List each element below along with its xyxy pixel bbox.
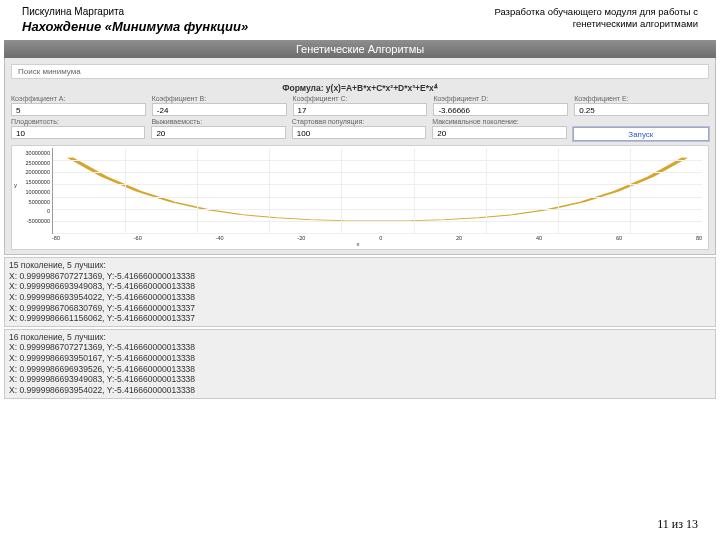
y-tick: 30000000 (26, 150, 50, 156)
results-block-2: 16 поколение, 5 лучших: X: 0.99999867072… (4, 329, 716, 399)
label-start-pop: Стартовая популяция: (292, 118, 426, 125)
results-line: X: 0.9999986706830769, Y:-5.416660000013… (9, 303, 711, 314)
input-start-pop[interactable]: 100 (292, 126, 426, 139)
input-coef-b[interactable]: -24 (152, 103, 287, 116)
results-line: X: 0.9999986707271369, Y:-5.416660000013… (9, 342, 711, 353)
page-number: 11 из 13 (657, 517, 698, 532)
chart-plot-area (52, 148, 702, 234)
slide-title: Нахождение «Минимума функции» (22, 19, 248, 34)
input-coef-c[interactable]: 17 (293, 103, 428, 116)
author-name: Пискулина Маргарита (22, 6, 248, 17)
app-screenshot: Генетические Алгоритмы Поиск минимума Фо… (4, 40, 716, 255)
results-line: X: 0.9999986693949083, Y:-5.416660000013… (9, 281, 711, 292)
results-header: 16 поколение, 5 лучших: (9, 332, 711, 343)
input-fertility[interactable]: 10 (11, 126, 145, 139)
y-tick: 5000000 (29, 199, 50, 205)
input-survival[interactable]: 20 (151, 126, 285, 139)
label-coef-c: Коэффициент C: (293, 95, 428, 102)
label-coef-e: Коэффициент E: (574, 95, 709, 102)
label-coef-a: Коэффициент A: (11, 95, 146, 102)
label-coef-d: Коэффициент D: (433, 95, 568, 102)
y-tick: -5000000 (27, 218, 50, 224)
results-line: X: 0.9999986693954022, Y:-5.416660000013… (9, 385, 711, 396)
results-line: X: 0.9999986661156062, Y:-5.416660000013… (9, 313, 711, 324)
results-line: X: 0.9999986696939526, Y:-5.416660000013… (9, 364, 711, 375)
results-header: 15 поколение, 5 лучших: (9, 260, 711, 271)
chart-x-axis: -80 -60 -40 -20 0 20 40 60 80 (14, 234, 702, 241)
project-title: Разработка обучающего модуля для работы … (458, 6, 698, 34)
formula-label: Формула: y(x)=A+B*x+C*x²+D*x³+E*x⁴ (11, 83, 709, 93)
label-max-gen: Максимальное поколение: (432, 118, 566, 125)
results-block-1: 15 поколение, 5 лучших: X: 0.99999867072… (4, 257, 716, 327)
y-tick: 20000000 (26, 169, 50, 175)
results-line: X: 0.9999986693949083, Y:-5.416660000013… (9, 374, 711, 385)
tab-search-minimum[interactable]: Поиск минимума (11, 64, 709, 79)
input-coef-d[interactable]: -3.66666 (433, 103, 568, 116)
chart-y-axis: 30000000 25000000 20000000 15000000 1000… (14, 148, 52, 234)
results-line: X: 0.9999986693954022, Y:-5.416660000013… (9, 292, 711, 303)
chart-x-label: x (14, 241, 702, 247)
label-fertility: Плодовитость: (11, 118, 145, 125)
chart: y 30000000 25000000 20000000 15000000 10… (11, 145, 709, 250)
app-titlebar: Генетические Алгоритмы (4, 40, 716, 58)
y-tick: 25000000 (26, 160, 50, 166)
input-coef-e[interactable]: 0.25 (574, 103, 709, 116)
input-coef-a[interactable]: 5 (11, 103, 146, 116)
run-button[interactable]: Запуск (573, 127, 709, 141)
results-line: X: 0.9999986693950167, Y:-5.416660000013… (9, 353, 711, 364)
chart-y-label: y (14, 182, 17, 188)
y-tick: 10000000 (26, 189, 50, 195)
label-coef-b: Коэффициент B: (152, 95, 287, 102)
results-line: X: 0.9999986707271369, Y:-5.416660000013… (9, 271, 711, 282)
label-survival: Выживаемость: (151, 118, 285, 125)
input-max-gen[interactable]: 20 (432, 126, 566, 139)
y-tick: 0 (47, 208, 50, 214)
y-tick: 15000000 (26, 179, 50, 185)
